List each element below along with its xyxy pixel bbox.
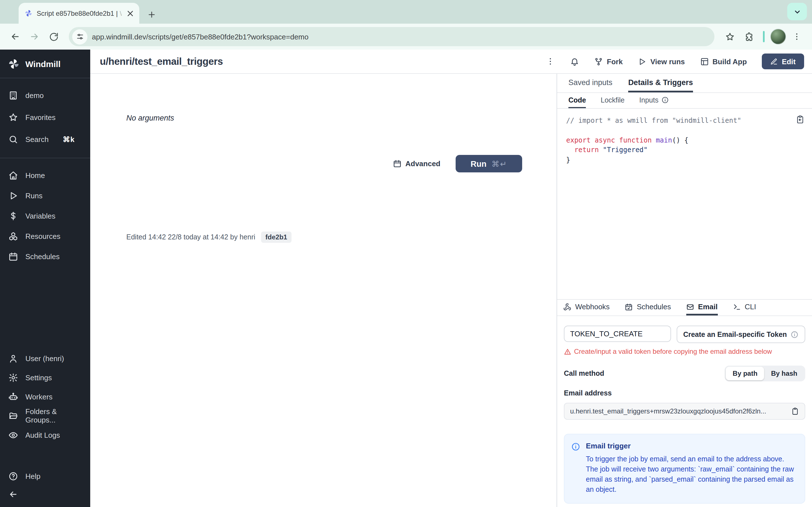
advanced-button[interactable]: Advanced [393, 159, 441, 168]
sidebar-item-user[interactable]: User (henri) [0, 349, 90, 368]
run-preview-pane: No arguments Advanced Run ⌘↵ Edited 14:4… [90, 74, 557, 507]
clipboard-icon[interactable] [791, 407, 799, 415]
logo-label: Windmill [26, 59, 61, 68]
email-address-field[interactable]: u.henri.test_email_triggers+mrsw23zlouxg… [564, 403, 805, 420]
url-bar[interactable]: app.windmill.dev/scripts/get/e857be88e0f… [69, 27, 714, 46]
tune-icon [76, 33, 84, 41]
email-trigger-section: Create an Email-specific Token Create/in… [557, 316, 812, 507]
more-options-button[interactable] [546, 57, 555, 66]
building-icon [8, 91, 18, 100]
dollar-icon [8, 211, 18, 221]
bell-icon [570, 57, 579, 66]
sidebar-item-runs[interactable]: Runs [0, 185, 90, 206]
forward-button[interactable] [26, 28, 43, 45]
tab-title: Script e857be88e0fde2b1 | W [37, 9, 122, 17]
url-text[interactable]: app.windmill.dev/scripts/get/e857be88e0f… [92, 33, 308, 41]
script-header: u/henri/test_email_triggers Fork View [90, 50, 812, 74]
fork-icon [594, 57, 603, 66]
version-hash-badge[interactable]: fde2b1 [261, 231, 292, 243]
create-email-token-button[interactable]: Create an Email-specific Token [677, 326, 805, 343]
sidebar-item-schedules[interactable]: Schedules [0, 246, 90, 267]
extensions-button[interactable] [741, 28, 757, 45]
sidebar-item-settings[interactable]: Settings [0, 368, 90, 387]
new-tab-icon[interactable] [147, 10, 156, 19]
browser-tab[interactable]: Script e857be88e0fde2b1 | W [18, 3, 139, 24]
tab-saved-inputs[interactable]: Saved inputs [568, 74, 612, 93]
info-icon [661, 96, 668, 104]
tab-close-icon[interactable] [126, 9, 135, 18]
sidebar-item-help[interactable]: Help [0, 466, 90, 486]
no-arguments-text: No arguments [126, 114, 174, 122]
calendar-icon [393, 159, 402, 168]
tab-email-trigger[interactable]: Email [686, 300, 718, 316]
tab-cli[interactable]: CLI [733, 300, 756, 316]
notifications-button[interactable] [570, 57, 579, 66]
tab-schedules-trigger[interactable]: Schedules [625, 300, 671, 316]
token-input[interactable] [564, 326, 671, 342]
tab-lockfile[interactable]: Lockfile [601, 93, 625, 108]
info-icon [571, 442, 580, 451]
folder-icon [8, 411, 18, 420]
arrow-left-icon [8, 489, 18, 499]
run-shortcut: ⌘↵ [492, 159, 507, 168]
play-icon [638, 57, 647, 66]
tab-code[interactable]: Code [568, 93, 586, 108]
sidebar-item-favorites[interactable]: Favorites [0, 107, 90, 128]
sidebar-item-resources[interactable]: Resources [0, 226, 90, 246]
by-hash-option[interactable]: By hash [764, 367, 804, 380]
warning-icon [564, 348, 571, 355]
sidebar-item-variables[interactable]: Variables [0, 206, 90, 226]
build-app-button[interactable]: Build App [700, 57, 747, 66]
view-runs-button[interactable]: View runs [638, 57, 685, 66]
sidebar-item-home[interactable]: Home [0, 165, 90, 185]
info-box-body: To trigger the job by email, send an ema… [586, 454, 797, 495]
fork-button[interactable]: Fork [594, 57, 622, 66]
windmill-favicon [24, 9, 33, 17]
tab-webhooks[interactable]: Webhooks [563, 300, 610, 316]
tab-search-chevron[interactable] [787, 3, 807, 20]
pencil-icon [770, 58, 778, 65]
eye-icon [8, 430, 18, 440]
terminal-icon [733, 303, 741, 311]
browser-toolbar: app.windmill.dev/scripts/get/e857be88e0f… [0, 24, 812, 50]
trigger-tabs: Webhooks Schedules Email CLI [557, 299, 812, 316]
sidebar-item-folders[interactable]: Folders & Groups... [0, 406, 90, 425]
browser-menu-button[interactable] [788, 28, 805, 45]
info-icon [791, 330, 799, 338]
search-icon [8, 135, 18, 144]
run-button[interactable]: Run ⌘↵ [456, 155, 522, 172]
sidebar: Windmill demo Favorites Search ⌘k [0, 50, 90, 507]
tab-inputs[interactable]: Inputs [639, 93, 668, 108]
back-button[interactable] [7, 28, 24, 45]
edited-info: Edited 14:42 22/8 today at 14:42 by henr… [126, 231, 292, 243]
profile-avatar[interactable] [770, 29, 786, 45]
mail-icon [686, 303, 694, 311]
search-shortcut: ⌘k [63, 135, 74, 144]
sidebar-item-audit-logs[interactable]: Audit Logs [0, 425, 90, 445]
windmill-logo-icon [8, 58, 20, 69]
home-icon [8, 170, 18, 180]
copy-code-button[interactable] [796, 115, 805, 127]
token-warning: Create/input a valid token before copyin… [564, 348, 805, 355]
sidebar-item-search[interactable]: Search ⌘k [0, 128, 90, 151]
sidebar-item-workers[interactable]: Workers [0, 387, 90, 406]
code-viewer[interactable]: // import * as wmill from "windmill-clie… [557, 109, 812, 299]
bookmark-button[interactable] [721, 28, 738, 45]
tab-details-triggers[interactable]: Details & Triggers [628, 74, 693, 93]
email-trigger-info-box: Email trigger To trigger the job by emai… [564, 434, 805, 503]
call-method-toggle: By path By hash [725, 365, 805, 381]
site-settings-button[interactable] [72, 29, 87, 44]
sidebar-logo[interactable]: Windmill [0, 50, 90, 78]
chevron-down-icon [793, 8, 801, 15]
user-icon [8, 353, 18, 363]
kebab-icon [546, 57, 555, 66]
reload-button[interactable] [45, 28, 62, 45]
layout-icon [700, 57, 709, 66]
by-path-option[interactable]: By path [726, 367, 764, 380]
sidebar-item-workspace[interactable]: demo [0, 84, 90, 107]
star-icon [725, 32, 734, 41]
edit-button[interactable]: Edit [762, 54, 804, 69]
gear-icon [8, 373, 18, 382]
arrow-right-icon [29, 32, 40, 42]
sidebar-collapse-button[interactable] [0, 486, 90, 503]
